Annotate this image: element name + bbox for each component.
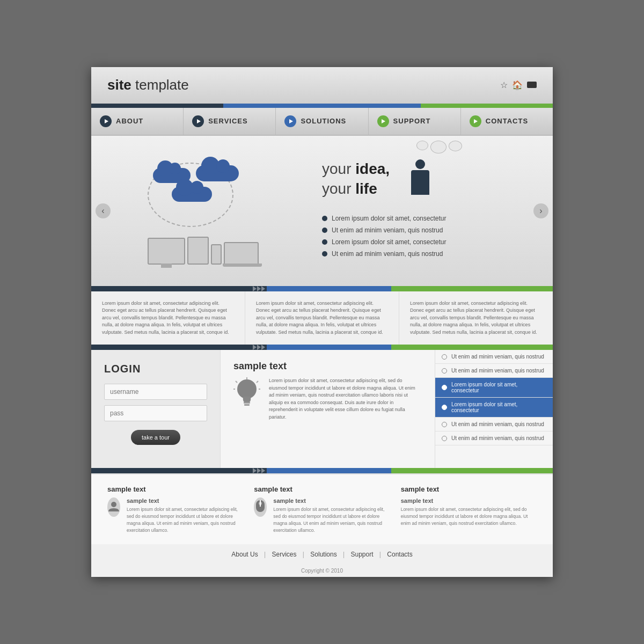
- header-icons: ☆ 🏠: [500, 80, 537, 90]
- nav-play-support: [377, 115, 389, 127]
- svg-rect-2: [244, 404, 250, 406]
- nav-label-support: SUPPORT: [393, 117, 431, 125]
- nav-item-about[interactable]: ABOUT: [91, 108, 184, 135]
- divider-top: [91, 286, 553, 291]
- info-col-1: Lorem ipsum dolor sit amet, consectetur …: [91, 291, 245, 345]
- nav-play-services: [192, 115, 204, 127]
- nav-item-services[interactable]: SERVICES: [184, 108, 276, 135]
- svg-line-4: [236, 381, 237, 383]
- hero-bullet-4: Ut enim ad minim veniam, quis nostrud: [322, 250, 531, 258]
- footer-col-2-subtitle: sample text: [273, 497, 390, 504]
- person-icon: [107, 497, 120, 517]
- login-title: LOGIN: [104, 363, 207, 375]
- footer-cols: sample text sample text Lorem ipsum dolo…: [91, 473, 553, 544]
- hero-bullet-1: Lorem ipsum dolor sit amet, consectetur: [322, 215, 531, 222]
- nav-stripe: [91, 104, 553, 108]
- svg-point-8: [111, 502, 116, 507]
- list-item-4[interactable]: Lorem ipsum dolor sit amet, consectetur: [435, 398, 553, 418]
- hero-bullet-3: Lorem ipsum dolor sit amet, consectetur: [322, 238, 531, 246]
- nav-play-contacts: [470, 115, 481, 127]
- sample-body-text: Lorem ipsum dolor sit amet, consectetur …: [269, 377, 422, 421]
- svg-line-5: [257, 381, 258, 383]
- footer-col-2-text: Lorem ipsum dolor sit amet, consectetur …: [273, 506, 390, 533]
- svg-point-0: [237, 379, 257, 399]
- footer-col-1: sample text sample text Lorem ipsum dolo…: [107, 485, 243, 533]
- devices: [148, 237, 259, 265]
- footer-col-2: sample text sample text Lorem ipsum dolo…: [254, 485, 390, 533]
- password-input[interactable]: [104, 405, 207, 421]
- star-icon[interactable]: ☆: [500, 80, 508, 90]
- nav-stripe-green: [421, 104, 553, 108]
- info-col-3: Lorem ipsum dolor sit amet, consectetur …: [399, 291, 553, 345]
- nav-item-contacts[interactable]: CONTACTS: [461, 108, 553, 135]
- bottom-nav-services[interactable]: Services: [272, 551, 296, 558]
- logo: site template: [107, 77, 189, 93]
- logo-bold: site: [107, 77, 131, 93]
- device-monitor: [148, 238, 185, 265]
- sample-panel: sample text Lorem ipsum dolo: [220, 350, 435, 468]
- nav-item-support[interactable]: SUPPORT: [369, 108, 461, 135]
- list-item-6[interactable]: Ut enim ad minim veniam, quis nostrud: [435, 431, 553, 445]
- nav-label-solutions: SOLUTIONS: [301, 117, 346, 125]
- sample-title: sample text: [233, 361, 422, 372]
- nav-label-about: ABOUT: [116, 117, 143, 125]
- bulb-icon: [233, 377, 260, 421]
- list-item-3[interactable]: Lorem ipsum dolor sit amet, consectetur: [435, 378, 553, 398]
- nav-label-contacts: CONTACTS: [486, 117, 528, 125]
- three-col-info: Lorem ipsum dolor sit amet, consectetur …: [91, 291, 553, 345]
- bottom-nav-support[interactable]: Support: [350, 551, 373, 558]
- login-panel: LOGIN take a tour: [91, 350, 220, 468]
- list-bullet: [442, 436, 447, 441]
- bottom-nav-solutions[interactable]: Solutions: [310, 551, 336, 558]
- menu-icon[interactable]: [527, 82, 537, 88]
- footer-col-3-text: Lorem ipsum dolor sit amet, consectetur …: [401, 506, 537, 526]
- footer-col-1-text: Lorem ipsum dolor sit amet, consectetur …: [127, 506, 243, 533]
- hero-prev-button[interactable]: ‹: [96, 203, 111, 218]
- bullet-dot: [322, 228, 327, 233]
- divider-mid: [91, 345, 553, 350]
- hero-next-button[interactable]: ›: [533, 203, 548, 218]
- bullet-dot: [322, 251, 327, 257]
- bottom-nav-about[interactable]: About Us: [231, 551, 258, 558]
- bottom-nav-contacts[interactable]: Contacts: [387, 551, 412, 558]
- device-tablet: [187, 237, 209, 265]
- nav-stripe-dark: [91, 104, 223, 108]
- hero-tagline-block: your idea,your life: [322, 159, 531, 258]
- username-input[interactable]: [104, 384, 207, 400]
- footer-col-1-title: sample text: [107, 485, 243, 493]
- device-phone: [211, 244, 222, 265]
- nav-play-about: [100, 115, 112, 127]
- bullet-dot: [322, 239, 327, 245]
- footer-divider: [91, 468, 553, 473]
- list-item-2[interactable]: Ut enim ad minim veniam, quis nostrud: [435, 364, 553, 378]
- info-col-2: Lorem ipsum dolor sit amet, consectetur …: [245, 291, 399, 345]
- sample-flex: Lorem ipsum dolor sit amet, consectetur …: [233, 377, 422, 421]
- website-wrapper: site template ☆ 🏠 ABOUT SERVICES SOLUTIO…: [91, 67, 553, 577]
- bottom-section: LOGIN take a tour sample text: [91, 350, 553, 468]
- list-item-1[interactable]: Ut enim ad minim veniam, quis nostrud: [435, 350, 553, 364]
- nav-stripe-blue: [223, 104, 421, 108]
- hero-bullets: Lorem ipsum dolor sit amet, consectetur …: [322, 215, 531, 258]
- bullet-dot: [322, 216, 327, 221]
- list-bullet: [442, 368, 447, 374]
- hero-right: your idea,your life: [311, 154, 542, 267]
- footer-col-1-subtitle: sample text: [127, 497, 243, 504]
- hero-tagline: your idea,your life: [322, 159, 390, 199]
- copyright: Copyright © 2010: [91, 565, 553, 577]
- footer-col-3-subtitle: sample text: [401, 497, 537, 504]
- nav-item-solutions[interactable]: SOLUTIONS: [276, 108, 368, 135]
- list-bullet: [442, 354, 447, 360]
- take-tour-button[interactable]: take a tour: [131, 430, 180, 445]
- footer-col-2-title: sample text: [254, 485, 390, 493]
- home-icon[interactable]: 🏠: [512, 80, 523, 90]
- cloud-3: [172, 187, 212, 202]
- device-laptop: [224, 242, 259, 265]
- list-panel: Ut enim ad minim veniam, quis nostrud Ut…: [435, 350, 553, 468]
- hero: ‹ your idea,your li: [91, 136, 553, 286]
- bottom-nav: About Us | Services | Solutions | Suppor…: [91, 544, 553, 565]
- list-item-5[interactable]: Ut enim ad minim veniam, quis nostrud: [435, 418, 553, 431]
- list-bullet: [442, 422, 447, 427]
- hero-left: [102, 157, 311, 265]
- header: site template ☆ 🏠: [91, 67, 553, 104]
- nav-label-services: SERVICES: [208, 117, 248, 125]
